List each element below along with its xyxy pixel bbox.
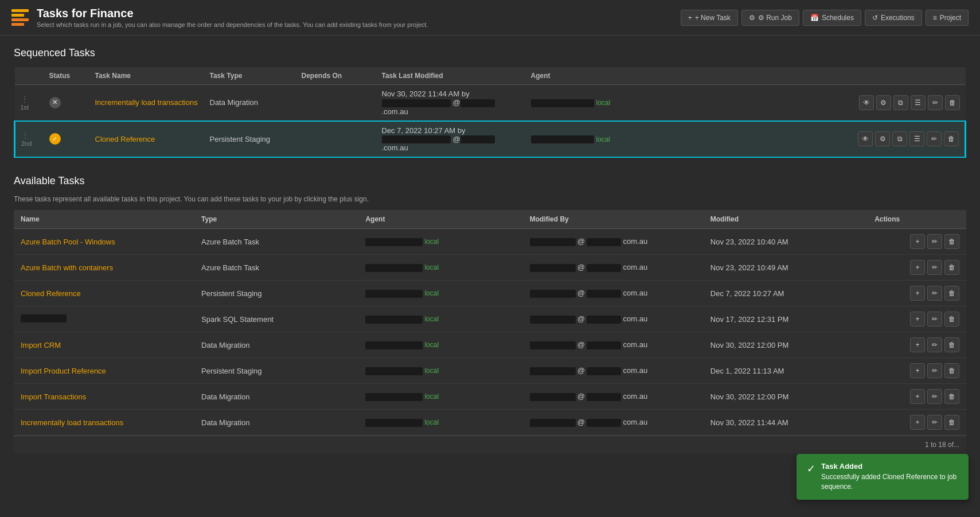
list-button[interactable]: ☰	[909, 131, 924, 146]
delete-button[interactable]: 🗑	[944, 260, 959, 275]
avail-row-type: Data Migration	[194, 384, 358, 410]
executions-icon: ↺	[872, 14, 878, 22]
avail-row-name: Cloned Reference	[14, 281, 194, 306]
edit-button[interactable]: ✏	[927, 286, 942, 301]
logo-icon	[11, 9, 29, 26]
edit-button[interactable]: ✏	[927, 131, 942, 146]
edit-button[interactable]: ✏	[928, 95, 943, 110]
add-button[interactable]: +	[910, 312, 925, 326]
avail-row-modified: Dec 7, 2022 10:27 AM	[704, 281, 868, 306]
seq-col-taskname: Task Name	[89, 67, 204, 85]
seq-row1-depends	[296, 85, 376, 121]
task-name-link[interactable]: Incrementally load transactions	[21, 418, 123, 427]
edit-button[interactable]: ✏	[927, 234, 942, 249]
seq-row2-actions: 👁 ⚙ ⧉ ☰ ✏ 🗑	[640, 121, 966, 158]
settings-button[interactable]: ⚙	[875, 131, 890, 146]
list-item: Azure Batch Pool - Windows Azure Batch T…	[14, 229, 966, 255]
seq-row2-modified: Dec 7, 2022 10:27 AM by @.com.au	[376, 121, 525, 158]
avail-row-modifiedby: @ com.au	[523, 332, 704, 358]
avail-row-modified: Nov 30, 2022 12:00 PM	[704, 332, 868, 358]
task-name-link[interactable]: Azure Batch with containers	[21, 263, 113, 272]
edit-button[interactable]: ✏	[927, 260, 942, 275]
seq-row1-actions: 👁 ⚙ ⧉ ☰ ✏ 🗑	[640, 85, 966, 121]
add-button[interactable]: +	[910, 363, 925, 378]
executions-button[interactable]: ↺ Executions	[865, 10, 922, 26]
avail-row-actions: + ✏ 🗑	[868, 332, 966, 358]
delete-button[interactable]: 🗑	[945, 95, 960, 110]
delete-button[interactable]: 🗑	[944, 389, 959, 404]
task-name-link[interactable]: Cloned Reference	[21, 289, 81, 298]
task-name-link[interactable]: Azure Batch Pool - Windows	[21, 238, 115, 246]
avail-row-modifiedby: @ com.au	[523, 410, 704, 436]
task-name-link[interactable]: Incrementally load transactions	[95, 98, 198, 107]
available-tasks-table: Name Type Agent Modified By Modified Act…	[14, 210, 966, 436]
add-button[interactable]: +	[910, 415, 925, 430]
add-button[interactable]: +	[910, 234, 925, 249]
delete-button[interactable]: 🗑	[944, 312, 959, 326]
plus-icon: +	[688, 14, 692, 22]
position-label: 2nd	[21, 140, 38, 147]
avail-col-actions: Actions	[868, 210, 966, 229]
clone-button[interactable]: ⧉	[893, 95, 908, 110]
avail-row-name: Incrementally load transactions	[14, 410, 194, 436]
task-name-link[interactable]: Import Product Reference	[21, 367, 106, 375]
drag-handle-icon[interactable]: ⋮	[21, 131, 29, 140]
edit-button[interactable]: ✏	[927, 363, 942, 378]
avail-row-modified: Nov 23, 2022 10:49 AM	[704, 255, 868, 281]
delete-button[interactable]: 🗑	[944, 234, 959, 249]
avail-col-modified: Modified	[704, 210, 868, 229]
avail-row-type: Azure Batch Task	[194, 229, 358, 255]
task-name-link[interactable]: Import CRM	[21, 341, 61, 349]
seq-row1-status: ✕	[44, 85, 89, 121]
avail-row-modifiedby: @ com.au	[523, 384, 704, 410]
schedule-icon: 📅	[810, 14, 819, 22]
available-tasks-subtitle: These tasks represent all available task…	[14, 195, 966, 203]
toast-message: Successfully added Cloned Reference to j…	[821, 472, 958, 492]
add-button[interactable]: +	[910, 260, 925, 275]
drag-handle-icon[interactable]: ⋮	[21, 95, 29, 104]
delete-button[interactable]: 🗑	[944, 131, 959, 146]
delete-button[interactable]: 🗑	[944, 415, 959, 430]
avail-row-actions: + ✏ 🗑	[868, 358, 966, 384]
schedules-button[interactable]: 📅 Schedules	[803, 10, 861, 26]
avail-row-agent: local	[358, 384, 522, 410]
add-button[interactable]: +	[910, 337, 925, 352]
seq-row1-agent: local	[525, 85, 640, 121]
avail-row-modifiedby: @ com.au	[523, 281, 704, 306]
edit-button[interactable]: ✏	[927, 415, 942, 430]
avail-row-modified: Nov 30, 2022 11:44 AM	[704, 410, 868, 436]
avail-row-modifiedby: @ com.au	[523, 255, 704, 281]
task-name-link[interactable]: Import Transactions	[21, 392, 86, 401]
avail-row-modified: Nov 30, 2022 12:00 PM	[704, 384, 868, 410]
table-row: ⋮ 1st ✕ Incrementally load transactions …	[15, 85, 966, 121]
status-check-icon: ✓	[49, 133, 61, 145]
seq-row2-tasktype: Persistent Staging	[204, 121, 296, 158]
edit-button[interactable]: ✏	[927, 337, 942, 352]
table-row: ⋮ 2nd ✓ Cloned Reference Persistent Stag…	[15, 121, 966, 158]
toast-check-icon: ✓	[807, 462, 815, 475]
table-pagination: 1 to 18 of...	[14, 436, 966, 453]
new-task-button[interactable]: + + New Task	[681, 10, 738, 26]
page-subtitle: Select which tasks run in a job, you can…	[37, 21, 428, 28]
view-button[interactable]: 👁	[859, 95, 874, 110]
settings-button[interactable]: ⚙	[876, 95, 891, 110]
edit-button[interactable]: ✏	[927, 389, 942, 404]
delete-button[interactable]: 🗑	[944, 337, 959, 352]
header-left: Tasks for Finance Select which tasks run…	[11, 7, 428, 28]
project-button[interactable]: ≡ Project	[926, 10, 969, 26]
add-button[interactable]: +	[910, 389, 925, 404]
delete-button[interactable]: 🗑	[944, 363, 959, 378]
add-button[interactable]: +	[910, 286, 925, 301]
view-button[interactable]: 👁	[858, 131, 873, 146]
header: Tasks for Finance Select which tasks run…	[0, 0, 980, 36]
avail-row-modifiedby: @ com.au	[523, 358, 704, 384]
avail-col-type: Type	[194, 210, 358, 229]
list-button[interactable]: ☰	[911, 95, 926, 110]
task-name-link[interactable]: Cloned Reference	[95, 135, 155, 143]
clone-button[interactable]: ⧉	[892, 131, 907, 146]
delete-button[interactable]: 🗑	[944, 286, 959, 301]
edit-button[interactable]: ✏	[927, 312, 942, 326]
avail-row-agent: local	[358, 281, 522, 306]
run-job-button[interactable]: ⚙ ⚙ Run Job	[741, 10, 799, 26]
avail-col-name: Name	[14, 210, 194, 229]
